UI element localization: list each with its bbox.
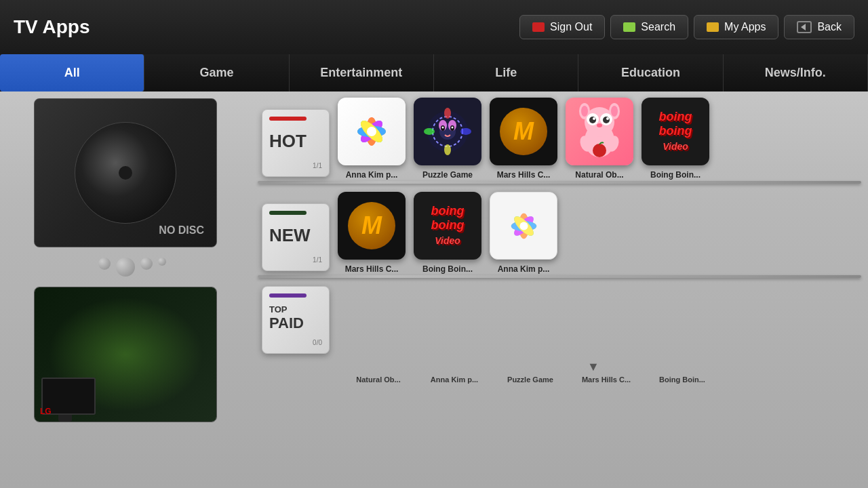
lg-logo: LG bbox=[40, 407, 52, 416]
shelf-row-2: NEW 1/1 M Mars Hills C... boingboingVide… bbox=[258, 189, 861, 274]
left-panel: NO DISC LG bbox=[0, 92, 251, 488]
green-icon bbox=[623, 22, 635, 32]
app-tile-anna-1[interactable] bbox=[338, 98, 406, 165]
app-tile-natural[interactable] bbox=[566, 98, 633, 165]
category-life[interactable]: Life bbox=[434, 54, 578, 92]
svg-point-26 bbox=[581, 106, 588, 117]
category-nav: All Game Entertainment Life Education Ne… bbox=[0, 54, 868, 92]
hot-category-tile[interactable]: HOT 1/1 bbox=[262, 109, 330, 177]
svg-point-32 bbox=[593, 117, 595, 120]
preview-content bbox=[35, 287, 216, 422]
app-tile-anna-2[interactable] bbox=[490, 192, 557, 260]
paid-tile-wrapper: TOPPAID 0/0 bbox=[258, 283, 334, 357]
main-content: HOT 1/1 bbox=[251, 92, 868, 488]
svg-point-33 bbox=[606, 117, 609, 120]
svg-point-37 bbox=[593, 144, 606, 157]
disc-circle bbox=[75, 122, 176, 224]
new-bar bbox=[269, 211, 307, 215]
bubble-small-1 bbox=[98, 258, 111, 270]
category-entertainment[interactable]: Entertainment bbox=[290, 54, 434, 92]
shelf-container: HOT 1/1 bbox=[251, 92, 868, 420]
app-tile-mars-2[interactable]: M bbox=[338, 192, 406, 260]
app-tile-boing-1-wrapper: boingboingVideo Boing Boin... bbox=[637, 95, 713, 180]
bottom-label-2: Anna Kim p... bbox=[420, 375, 488, 384]
yellow-icon bbox=[707, 22, 719, 32]
svg-point-46 bbox=[519, 222, 528, 230]
shelf-divider-2 bbox=[258, 275, 861, 278]
app-tile-anna-1-wrapper: Anna Kim p... bbox=[334, 95, 410, 180]
bubble-small-3 bbox=[158, 258, 166, 266]
svg-point-27 bbox=[611, 106, 618, 117]
new-category-tile[interactable]: NEW 1/1 bbox=[262, 203, 330, 271]
boing-text-1: boingboingVideo bbox=[659, 110, 692, 154]
app-label-mars-2: Mars Hills C... bbox=[338, 264, 406, 274]
svg-point-19 bbox=[424, 128, 435, 135]
app-tile-boing-2[interactable]: boingboingVideo bbox=[414, 192, 481, 260]
app-tile-puzzle[interactable] bbox=[414, 98, 481, 165]
svg-point-21 bbox=[444, 144, 451, 155]
search-label: Search bbox=[641, 21, 675, 33]
svg-point-34 bbox=[597, 123, 602, 127]
sign-out-label: Sign Out bbox=[550, 21, 592, 33]
back-label: Back bbox=[817, 21, 842, 33]
svg-point-30 bbox=[589, 117, 596, 123]
app-tile-mars-1-wrapper: M Mars Hills C... bbox=[486, 95, 561, 180]
app-tile-boing-2-wrapper: boingboingVideo Boing Boin... bbox=[410, 189, 486, 274]
no-disc-label: NO DISC bbox=[159, 224, 204, 237]
category-game[interactable]: Game bbox=[144, 54, 289, 92]
page-title: TV Apps bbox=[14, 16, 90, 38]
app-label-anna-1: Anna Kim p... bbox=[338, 170, 406, 180]
bubbles bbox=[98, 258, 166, 277]
hot-count: 1/1 bbox=[313, 162, 322, 169]
bottom-partial-row: Natural Ob... Anna Kim p... Puzzle Game … bbox=[258, 375, 861, 416]
app-label-anna-2: Anna Kim p... bbox=[490, 264, 557, 274]
hot-label: HOT bbox=[269, 131, 307, 152]
shelf-row-3: TOPPAID 0/0 bbox=[258, 283, 861, 357]
app-label-boing-1: Boing Boin... bbox=[642, 170, 709, 180]
app-label-mars-1: Mars Hills C... bbox=[490, 170, 557, 180]
boing-text-2: boingboingVideo bbox=[431, 204, 465, 248]
svg-point-16 bbox=[441, 126, 443, 128]
app-tile-boing-1[interactable]: boingboingVideo bbox=[642, 98, 709, 165]
back-button[interactable]: Back bbox=[784, 15, 854, 39]
back-icon bbox=[797, 21, 812, 33]
mars-icon-2: M bbox=[348, 202, 395, 249]
app-label-boing-2: Boing Boin... bbox=[414, 264, 481, 274]
app-tile-mars-1[interactable]: M bbox=[490, 98, 557, 165]
app-tile-mars-2-wrapper: M Mars Hills C... bbox=[334, 189, 410, 274]
category-all[interactable]: All bbox=[0, 54, 144, 92]
new-label: NEW bbox=[269, 225, 311, 246]
bottom-label-4: Mars Hills C... bbox=[572, 375, 640, 384]
new-count: 1/1 bbox=[313, 256, 322, 264]
bottom-label-5: Boing Boin... bbox=[648, 375, 716, 384]
paid-category-tile[interactable]: TOPPAID 0/0 bbox=[262, 286, 330, 354]
preview-box[interactable]: LG bbox=[34, 287, 217, 422]
my-apps-button[interactable]: My Apps bbox=[694, 15, 778, 39]
disc-box: NO DISC bbox=[34, 98, 217, 247]
red-icon bbox=[532, 22, 545, 32]
sign-out-button[interactable]: Sign Out bbox=[519, 15, 605, 39]
svg-point-17 bbox=[451, 126, 453, 128]
bottom-label-3: Puzzle Game bbox=[496, 375, 564, 384]
app-tile-natural-wrapper: Natural Ob... bbox=[561, 95, 637, 180]
paid-count: 0/0 bbox=[313, 339, 322, 346]
mars-icon: M bbox=[500, 108, 547, 155]
svg-point-31 bbox=[603, 117, 610, 123]
shelf-divider-1 bbox=[258, 181, 861, 184]
svg-point-20 bbox=[460, 128, 471, 135]
app-tile-puzzle-wrapper: Puzzle Game bbox=[410, 95, 486, 180]
category-education[interactable]: Education bbox=[578, 54, 723, 92]
paid-label: TOPPAID bbox=[269, 304, 304, 332]
new-tile-wrapper: NEW 1/1 bbox=[258, 201, 334, 274]
paid-bar bbox=[269, 293, 307, 298]
shelf-row-1: HOT 1/1 bbox=[258, 95, 861, 180]
scroll-down-arrow: ▼ bbox=[587, 360, 599, 373]
app-label-natural: Natural Ob... bbox=[566, 170, 633, 180]
search-button[interactable]: Search bbox=[610, 15, 688, 39]
bubble-small-2 bbox=[140, 258, 153, 270]
scroll-down-area: ▼ bbox=[292, 360, 868, 374]
bubble-large bbox=[116, 258, 135, 277]
svg-point-8 bbox=[367, 127, 376, 136]
app-tile-anna-2-wrapper: Anna Kim p... bbox=[486, 189, 561, 274]
category-news[interactable]: News/Info. bbox=[724, 54, 868, 92]
